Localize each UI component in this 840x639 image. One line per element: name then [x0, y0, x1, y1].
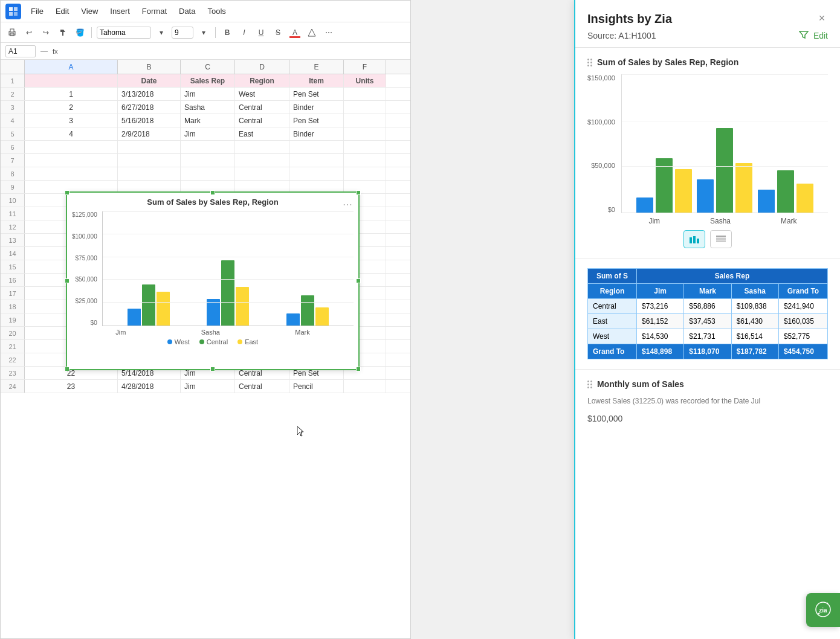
pivot-col-sasha: Sasha — [731, 284, 778, 299]
italic-button[interactable]: I — [237, 26, 251, 39]
cell-1f[interactable]: Units — [344, 74, 386, 87]
col-header-a[interactable]: A — [25, 60, 118, 74]
bar-jim-central — [142, 284, 155, 326]
strikethrough-button[interactable]: S — [271, 26, 285, 39]
svg-text:zia: zia — [819, 607, 827, 614]
bold-button[interactable]: B — [221, 26, 234, 39]
more-formats-button[interactable]: ⋯ — [322, 26, 335, 39]
column-headers: A B C D E F — [1, 60, 410, 74]
handle-ml[interactable] — [65, 278, 69, 283]
cell-1b[interactable]: Date — [118, 74, 181, 87]
cell-5b[interactable]: 2/9/2018 — [118, 127, 181, 140]
chart-container[interactable]: Sum of Sales by Sales Rep, Region ⋯ $125… — [66, 191, 360, 370]
cell-3d[interactable]: Central — [235, 101, 289, 114]
col-header-f[interactable]: F — [344, 60, 386, 74]
print-button[interactable] — [5, 26, 19, 39]
pivot-total-west: $52,775 — [778, 329, 827, 344]
col-header-d[interactable]: D — [235, 60, 289, 74]
cell-2e[interactable]: Pen Set — [289, 88, 344, 100]
cell-2f[interactable] — [344, 88, 386, 100]
col-header-c[interactable]: C — [181, 60, 235, 74]
formula-icon: fx — [53, 48, 58, 55]
cell-1c[interactable]: Sales Rep — [181, 74, 235, 87]
svg-rect-13 — [716, 240, 726, 242]
col-header-e[interactable]: E — [289, 60, 344, 74]
font-selector[interactable] — [97, 27, 151, 39]
redo-button[interactable]: ↪ — [39, 26, 53, 39]
cell-4a[interactable]: 3 — [25, 114, 118, 127]
cell-4c[interactable]: Mark — [181, 114, 235, 127]
cell-4b[interactable]: 5/16/2018 — [118, 114, 181, 127]
handle-br[interactable] — [356, 367, 361, 371]
svg-rect-3 — [14, 12, 18, 16]
cell-3b[interactable]: 6/27/2018 — [118, 101, 181, 114]
cell-5a[interactable]: 4 — [25, 127, 118, 140]
menu-insert[interactable]: Insert — [105, 4, 135, 18]
handle-mr[interactable] — [356, 278, 361, 283]
bar-jim-east — [157, 292, 170, 326]
bar-chart-button[interactable] — [683, 230, 705, 248]
cell-2c[interactable]: Jim — [181, 88, 235, 100]
chart-x-labels: Jim Sasha Mark — [72, 326, 354, 336]
paint-format-button[interactable] — [56, 26, 69, 39]
insights-x-labels: Jim Sasha Mark — [587, 213, 828, 225]
legend-west: West — [167, 338, 190, 345]
font-dropdown-arrow[interactable]: ▾ — [155, 26, 168, 39]
toolbar: ↩ ↪ 🪣 ▾ ▾ B I U S A ⋯ — [1, 22, 410, 43]
menu-data[interactable]: Data — [174, 4, 200, 18]
monthly-chart-value: $100,000 — [587, 414, 828, 423]
cell-3c[interactable]: Sasha — [181, 101, 235, 114]
handle-bl[interactable] — [65, 367, 69, 371]
insights-bar-group-sasha — [697, 128, 752, 213]
menu-view[interactable]: View — [76, 4, 103, 18]
cell-4e[interactable]: Pen Set — [289, 114, 344, 127]
cell-1a[interactable] — [25, 74, 118, 87]
menu-format[interactable]: Format — [137, 4, 172, 18]
cell-4f[interactable] — [344, 114, 386, 127]
handle-bm[interactable] — [210, 367, 215, 371]
underline-button[interactable]: U — [254, 26, 268, 39]
undo-button[interactable]: ↩ — [22, 26, 36, 39]
menu-tools[interactable]: Tools — [202, 4, 230, 18]
monthly-drag-handle[interactable] — [587, 381, 592, 388]
cell-5d[interactable]: East — [235, 127, 289, 140]
close-button[interactable]: × — [813, 10, 830, 27]
menu-edit[interactable]: Edit — [51, 4, 74, 18]
cell-4d[interactable]: Central — [235, 114, 289, 127]
cell-3f[interactable] — [344, 101, 386, 114]
handle-tl[interactable] — [65, 190, 69, 195]
legend-dot-central — [199, 339, 204, 344]
table-chart-button[interactable] — [710, 230, 732, 248]
pivot-col-mark: Mark — [684, 284, 731, 299]
cell-5f[interactable] — [344, 127, 386, 140]
cell-5e[interactable]: Binder — [289, 127, 344, 140]
cell-5c[interactable]: Jim — [181, 127, 235, 140]
zia-button[interactable]: zia — [806, 593, 840, 627]
cell-2b[interactable]: 3/13/2018 — [118, 88, 181, 100]
pivot-jim-west: $14,530 — [637, 329, 684, 344]
highlight-button[interactable] — [305, 26, 318, 39]
pivot-sasha-central: $109,838 — [731, 299, 778, 314]
font-size-dropdown[interactable]: ▾ — [197, 26, 210, 39]
cell-1d[interactable]: Region — [235, 74, 289, 87]
drag-handle[interactable] — [587, 59, 592, 66]
row-num-header — [1, 60, 25, 74]
chart-options-button[interactable]: ⋯ — [343, 199, 352, 210]
font-size-selector[interactable] — [172, 27, 193, 39]
col-header-b[interactable]: B — [118, 60, 181, 74]
cell-3a[interactable]: 2 — [25, 101, 118, 114]
cell-1e[interactable]: Item — [289, 74, 344, 87]
pivot-grand-total-jim: $148,898 — [637, 344, 684, 359]
bar-jim-west — [128, 309, 141, 326]
handle-tr[interactable] — [356, 190, 361, 195]
cell-2a[interactable]: 1 — [25, 88, 118, 100]
paint-bucket-button[interactable]: 🪣 — [73, 26, 86, 39]
formula-input[interactable] — [63, 47, 405, 56]
menu-file[interactable]: File — [26, 4, 48, 18]
cell-2d[interactable]: West — [235, 88, 289, 100]
cell-reference[interactable] — [5, 45, 36, 57]
font-color-button[interactable]: A — [288, 26, 302, 39]
cell-3e[interactable]: Binder — [289, 101, 344, 114]
edit-button[interactable]: Edit — [813, 31, 828, 40]
handle-tm[interactable] — [210, 190, 215, 195]
